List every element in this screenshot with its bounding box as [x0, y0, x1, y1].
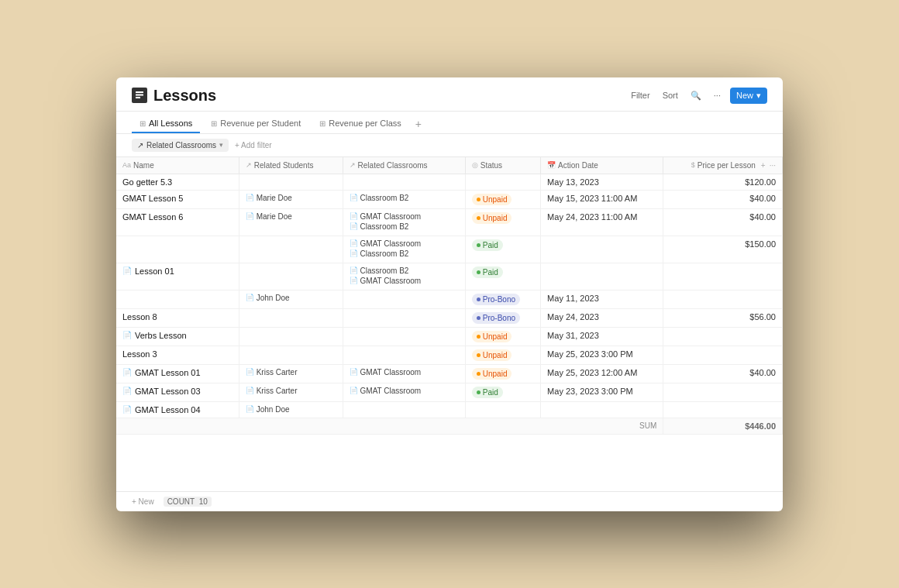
cell-price — [663, 346, 783, 364]
cell-students — [239, 346, 343, 364]
related-classrooms-filter[interactable]: ↗ Related Classrooms ▾ — [132, 139, 229, 152]
table-row: 📄 John Doe Pro-Bono May 11, 2023 — [116, 290, 783, 308]
table-row: 📄 GMAT Classroom 📄 Classroom B2 Paid $15… — [116, 236, 783, 263]
cell-status: Unpaid — [465, 190, 540, 208]
cell-name[interactable]: 📄 GMAT Lesson 03 — [116, 383, 239, 401]
cell-classrooms: 📄 GMAT Classroom — [343, 364, 465, 383]
cell-name[interactable]: GMAT Lesson 5 — [116, 190, 239, 208]
chevron-down-icon: ▾ — [756, 91, 761, 101]
col-header-name: Aa Name — [116, 157, 239, 174]
cell-name[interactable] — [116, 236, 239, 263]
tab-revenue-per-class[interactable]: ⊞ Revenue per Class — [312, 115, 409, 133]
cell-status: Unpaid — [465, 327, 540, 346]
cell-date — [541, 401, 663, 418]
table-header-row: Aa Name ↗ Related Students ↗ Relat — [116, 157, 783, 174]
cell-date: May 11, 2023 — [541, 290, 663, 308]
add-filter-button[interactable]: + Add filter — [235, 141, 272, 150]
add-column-icon[interactable]: + — [761, 161, 766, 170]
cell-classrooms: 📄 GMAT Classroom 📄 Classroom B2 — [343, 236, 465, 263]
title-icon — [132, 88, 147, 103]
cell-date: May 23, 2023 3:00 PM — [541, 383, 663, 401]
table-row: GMAT Lesson 5 📄 Marie Doe 📄 Classroom B2… — [116, 190, 783, 208]
cell-name[interactable]: 📄 Lesson 01 — [116, 263, 239, 290]
cell-students — [239, 236, 343, 263]
cell-name[interactable] — [116, 290, 239, 308]
cell-price — [663, 383, 783, 401]
cell-students: 📄 John Doe — [239, 401, 343, 418]
sort-button[interactable]: Sort — [660, 89, 681, 101]
cell-status — [465, 174, 540, 190]
cell-classrooms — [343, 308, 465, 327]
table-row: GMAT Lesson 6 📄 Marie Doe 📄 GMAT Classro… — [116, 208, 783, 236]
cell-classrooms: 📄 GMAT Classroom — [343, 383, 465, 401]
filter-arrow-icon: ↗ — [137, 141, 143, 150]
cell-name[interactable]: Lesson 8 — [116, 308, 239, 327]
table-row: Lesson 3 Unpaid May 25, 2023 3:00 PM — [116, 346, 783, 364]
cell-name[interactable]: Lesson 3 — [116, 346, 239, 364]
cell-students — [239, 327, 343, 346]
app-header: Lessons Filter Sort 🔍 ··· New ▾ — [116, 77, 783, 112]
cell-students: 📄 Marie Doe — [239, 190, 343, 208]
sum-row: SUM $446.00 — [116, 418, 783, 434]
cell-date: May 15, 2023 11:00 AM — [541, 190, 663, 208]
cell-students — [239, 263, 343, 290]
table-icon-2: ⊞ — [211, 119, 217, 128]
count-badge: COUNT 10 — [164, 497, 212, 507]
page-title: Lessons — [132, 87, 216, 105]
filter-button[interactable]: Filter — [628, 89, 653, 101]
cell-price — [663, 290, 783, 308]
cell-name[interactable]: Go getter 5.3 — [116, 174, 239, 190]
table-row: 📄 GMAT Lesson 01 📄 Kriss Carter 📄 GMAT C… — [116, 364, 783, 383]
cell-date: May 25, 2023 12:00 AM — [541, 364, 663, 383]
svg-rect-1 — [136, 95, 143, 96]
cell-price: $150.00 — [663, 236, 783, 263]
cell-date: May 24, 2023 11:00 AM — [541, 208, 663, 236]
sum-value: $446.00 — [663, 418, 783, 434]
header-actions: Filter Sort 🔍 ··· New ▾ — [628, 88, 767, 104]
col-header-related-students: ↗ Related Students — [239, 157, 343, 174]
more-options-icon[interactable]: ··· — [711, 89, 724, 101]
cell-name[interactable]: 📄 GMAT Lesson 01 — [116, 364, 239, 383]
cell-status — [465, 401, 540, 418]
table-row: 📄 Verbs Lesson Unpaid May 31, 2023 — [116, 327, 783, 346]
cell-date: May 24, 2023 — [541, 308, 663, 327]
tab-revenue-per-student[interactable]: ⊞ Revenue per Student — [203, 115, 308, 133]
cell-price: $56.00 — [663, 308, 783, 327]
cell-status: Paid — [465, 236, 540, 263]
cell-name[interactable]: 📄 GMAT Lesson 04 — [116, 401, 239, 418]
col-header-related-classrooms: ↗ Related Classrooms — [343, 157, 465, 174]
tabs-bar: ⊞ All Lessons ⊞ Revenue per Student ⊞ Re… — [116, 112, 783, 134]
search-icon[interactable]: 🔍 — [687, 89, 704, 102]
column-options-icon[interactable]: ··· — [770, 161, 776, 170]
table-row: 📄 GMAT Lesson 04 📄 John Doe — [116, 401, 783, 418]
price-icon: $ — [691, 161, 695, 169]
cell-classrooms: 📄 GMAT Classroom 📄 Classroom B2 — [343, 208, 465, 236]
cell-students — [239, 174, 343, 190]
cell-price — [663, 263, 783, 290]
add-tab-button[interactable]: + — [412, 115, 425, 133]
cell-classrooms — [343, 327, 465, 346]
cell-price — [663, 327, 783, 346]
table-row: 📄 Lesson 01 📄 Classroom B2 📄 GMAT Classr… — [116, 263, 783, 290]
relation-icon: ↗ — [246, 161, 252, 169]
col-header-status: ◎ Status — [465, 157, 540, 174]
cell-classrooms — [343, 346, 465, 364]
cell-classrooms — [343, 174, 465, 190]
tab-all-lessons[interactable]: ⊞ All Lessons — [132, 115, 200, 133]
cell-date: May 25, 2023 3:00 PM — [541, 346, 663, 364]
cell-students: 📄 Kriss Carter — [239, 364, 343, 383]
add-new-button[interactable]: + New — [132, 497, 154, 506]
cell-name[interactable]: GMAT Lesson 6 — [116, 208, 239, 236]
cell-classrooms — [343, 401, 465, 418]
cell-price: $120.00 — [663, 174, 783, 190]
cell-status: Pro-Bono — [465, 308, 540, 327]
cell-status: Unpaid — [465, 346, 540, 364]
cell-name[interactable]: 📄 Verbs Lesson — [116, 327, 239, 346]
table-row: 📄 GMAT Lesson 03 📄 Kriss Carter 📄 GMAT C… — [116, 383, 783, 401]
calendar-icon: 📅 — [547, 161, 556, 169]
new-button[interactable]: New ▾ — [730, 88, 767, 104]
cell-status: Paid — [465, 383, 540, 401]
cell-price: $40.00 — [663, 190, 783, 208]
cell-status: Pro-Bono — [465, 290, 540, 308]
cell-date: May 31, 2023 — [541, 327, 663, 346]
